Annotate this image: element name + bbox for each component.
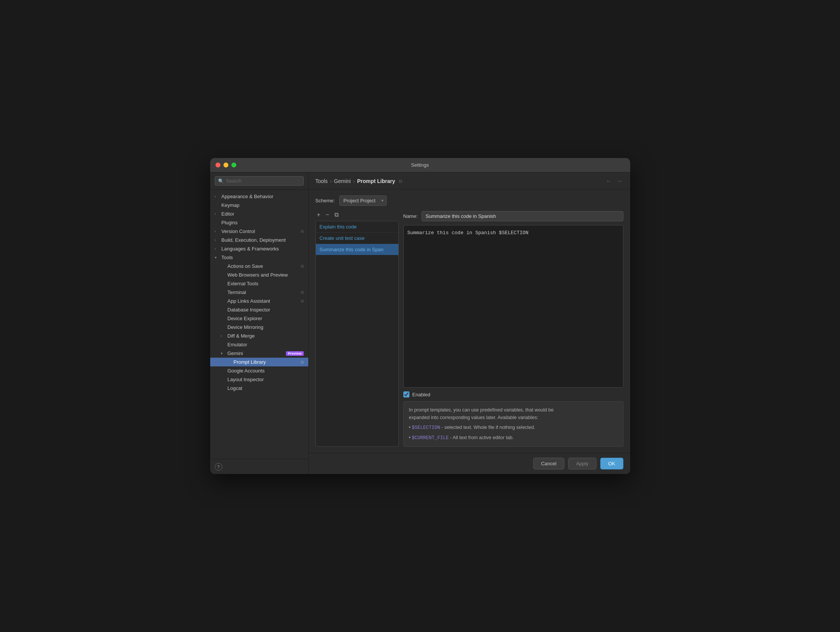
scheme-label: Scheme: [316, 198, 335, 203]
bottom-bar: Cancel Apply OK [309, 453, 630, 474]
scheme-row: Scheme: Project Project Default ▾ [316, 195, 624, 206]
close-button[interactable] [215, 163, 220, 168]
scheme-wrapper: Project Project Default ▾ [339, 195, 387, 206]
prompt-textarea[interactable]: Summarize this code in Spanish $SELECTIO… [403, 225, 624, 388]
nav-back-button[interactable]: ← [605, 177, 613, 185]
chevron-icon [215, 194, 220, 198]
sidebar-item-actions-on-save[interactable]: Actions on Save ⊟ [210, 262, 308, 271]
remove-prompt-button[interactable]: − [324, 211, 331, 219]
list-item[interactable]: Summarize this code in Span [316, 244, 398, 255]
settings-window: Settings 🔍 Appearance & Behavior K [210, 158, 630, 474]
name-input[interactable] [422, 211, 624, 221]
sidebar-item-build[interactable]: Build, Execution, Deployment [210, 236, 308, 244]
search-input-wrapper[interactable]: 🔍 [215, 176, 304, 186]
sidebar-item-plugins[interactable]: Plugins [210, 218, 308, 227]
apply-button[interactable]: Apply [568, 458, 597, 469]
breadcrumb-separator: › [353, 178, 355, 184]
info-text-line1: In prompt templates, you can use predefi… [409, 407, 554, 413]
sidebar-item-version-control[interactable]: Version Control ⊟ [210, 227, 308, 236]
chevron-icon [215, 212, 220, 216]
sidebar-item-appearance[interactable]: Appearance & Behavior [210, 192, 308, 201]
minimize-button[interactable] [223, 163, 228, 168]
nav-forward-button[interactable]: → [616, 177, 624, 185]
sidebar-item-label: Web Browsers and Preview [227, 272, 304, 278]
modified-icon: ⊟ [301, 290, 304, 295]
sidebar-item-keymap[interactable]: Keymap [210, 201, 308, 209]
copy-prompt-button[interactable]: ⧉ [333, 211, 340, 219]
add-prompt-button[interactable]: + [316, 211, 322, 219]
ok-button[interactable]: OK [600, 458, 624, 469]
list-item[interactable]: Explain this code [316, 221, 398, 233]
sidebar-item-label: Build, Execution, Deployment [221, 237, 304, 243]
sidebar-item-emulator[interactable]: Emulator [210, 340, 308, 349]
maximize-button[interactable] [231, 163, 236, 168]
sidebar-item-label: Prompt Library [234, 359, 299, 365]
sidebar-item-label: Diff & Merge [227, 333, 304, 339]
sidebar-item-label: Editor [221, 211, 304, 217]
enabled-checkbox[interactable] [403, 391, 409, 398]
breadcrumb-separator: › [330, 178, 332, 184]
sidebar-item-external-tools[interactable]: External Tools [210, 279, 308, 288]
sidebar-item-label: Appearance & Behavior [221, 193, 304, 199]
sidebar-item-label: Actions on Save [227, 263, 299, 269]
nav-arrows: ← → [605, 177, 624, 185]
info-bullet-current-file: • $CURRENT_FILE - All text from active e… [409, 434, 618, 442]
search-icon: 🔍 [218, 179, 224, 184]
chevron-icon [215, 229, 220, 233]
sidebar-item-app-links[interactable]: App Links Assistant ⊟ [210, 297, 308, 306]
modified-icon: ⊟ [301, 264, 304, 268]
sidebar-item-label: Gemini [227, 350, 285, 356]
chevron-icon [215, 255, 220, 260]
textarea-wrapper: Summarize this code in Spanish $SELECTIO… [403, 225, 624, 388]
chevron-icon [215, 247, 220, 251]
main-content: 🔍 Appearance & Behavior Keymap [210, 173, 630, 474]
sidebar-item-label: App Links Assistant [227, 298, 299, 304]
breadcrumb-current: Prompt Library [357, 178, 395, 184]
cancel-button[interactable]: Cancel [533, 458, 564, 469]
sidebar-tree: Appearance & Behavior Keymap Editor Plug… [210, 190, 308, 459]
prompt-list: Explain this code Create unit test case … [316, 221, 399, 447]
sidebar-item-web-browsers[interactable]: Web Browsers and Preview [210, 271, 308, 279]
sidebar-item-label: Keymap [221, 202, 304, 208]
modified-icon: ⊟ [301, 229, 304, 233]
sidebar-item-label: Google Accounts [227, 368, 304, 374]
list-toolbar: + − ⧉ [316, 211, 399, 219]
sidebar-item-editor[interactable]: Editor [210, 209, 308, 218]
list-item[interactable]: Create unit test case [316, 233, 398, 244]
sidebar-item-gemini[interactable]: Gemini Preview [210, 349, 308, 358]
sidebar: 🔍 Appearance & Behavior Keymap [210, 173, 309, 474]
name-label: Name: [403, 213, 418, 219]
sidebar-item-device-mirroring[interactable]: Device Mirroring [210, 323, 308, 331]
sidebar-item-label: Terminal [227, 290, 299, 295]
sidebar-item-label: Tools [221, 255, 304, 260]
right-panel: Tools › Gemini › Prompt Library ⊟ ← → Sc… [309, 173, 630, 474]
sidebar-item-languages[interactable]: Languages & Frameworks [210, 244, 308, 253]
sidebar-item-label: Database Inspector [227, 307, 304, 313]
sidebar-item-database-inspector[interactable]: Database Inspector [210, 306, 308, 314]
sidebar-item-prompt-library[interactable]: Prompt Library ⊟ [210, 358, 308, 366]
sidebar-item-label: Logcat [227, 385, 304, 391]
sidebar-item-tools[interactable]: Tools [210, 253, 308, 262]
info-box: In prompt templates, you can use predefi… [403, 401, 624, 447]
info-bullet-selection: • $SELECTION - selected text. Whole file… [409, 424, 618, 432]
name-row: Name: [403, 211, 624, 221]
breadcrumb: Tools › Gemini › Prompt Library ⊟ [316, 178, 403, 184]
sidebar-item-google-accounts[interactable]: Google Accounts [210, 366, 308, 375]
prompt-area: + − ⧉ Explain this code Create unit test… [316, 211, 624, 447]
window-title: Settings [411, 162, 429, 168]
sidebar-item-label: External Tools [227, 281, 304, 287]
sidebar-item-diff-merge[interactable]: Diff & Merge [210, 331, 308, 340]
sidebar-item-terminal[interactable]: Terminal ⊟ [210, 288, 308, 297]
help-button[interactable]: ? [215, 463, 222, 470]
scheme-select[interactable]: Project Project Default [339, 195, 387, 206]
search-input[interactable] [226, 178, 300, 184]
sidebar-item-device-explorer[interactable]: Device Explorer [210, 314, 308, 323]
prompt-list-panel: + − ⧉ Explain this code Create unit test… [316, 211, 399, 447]
traffic-lights [215, 163, 236, 168]
sidebar-item-label: Plugins [221, 220, 304, 225]
panel-body: Scheme: Project Project Default ▾ [309, 190, 630, 453]
titlebar: Settings [210, 158, 630, 173]
enabled-row: Enabled [403, 391, 624, 398]
sidebar-item-layout-inspector[interactable]: Layout Inspector [210, 375, 308, 384]
sidebar-item-logcat[interactable]: Logcat [210, 384, 308, 393]
